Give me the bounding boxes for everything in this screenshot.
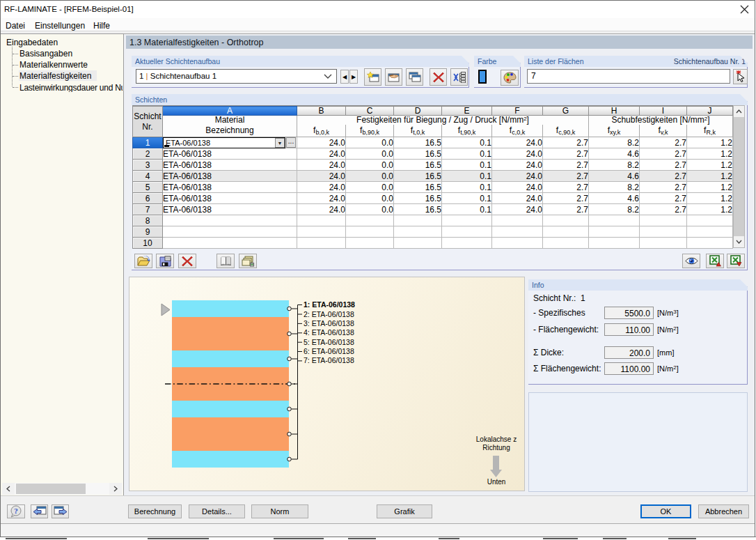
svg-text:Lokalachse z: Lokalachse z: [476, 435, 517, 443]
svg-text:Unten: Unten: [487, 478, 506, 486]
svg-text:7: ETA-06/0138: 7: ETA-06/0138: [304, 356, 354, 364]
svg-text:5: ETA-06/0138: 5: ETA-06/0138: [304, 338, 354, 346]
svg-text:4: ETA-06/0138: 4: ETA-06/0138: [304, 328, 354, 337]
svg-text:2: ETA-06/0138: 2: ETA-06/0138: [304, 310, 354, 318]
svg-text:6: ETA-06/0138: 6: ETA-06/0138: [304, 347, 354, 355]
svg-text:3: ETA-06/0138: 3: ETA-06/0138: [304, 319, 354, 327]
svg-text:1: ETA-06/0138: 1: ETA-06/0138: [304, 300, 355, 309]
svg-text:Richtung: Richtung: [482, 444, 510, 452]
svg-text:?: ?: [14, 507, 18, 515]
